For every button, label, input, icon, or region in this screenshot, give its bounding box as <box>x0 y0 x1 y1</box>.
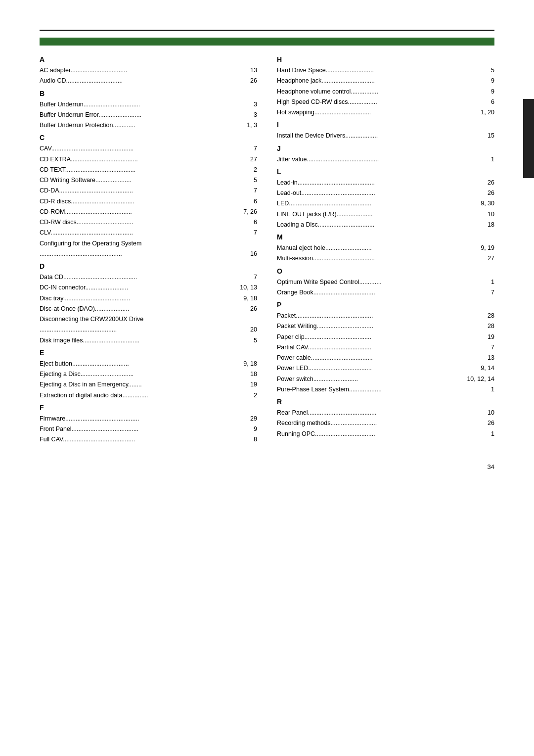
entry-page: 9 <box>472 87 494 97</box>
entry-page: 9, 19 <box>472 243 494 253</box>
index-entry: Buffer Underrun.........................… <box>40 99 257 110</box>
entry-text: Power LED...............................… <box>277 363 472 374</box>
index-entry: DC-IN connector.........................… <box>40 283 257 293</box>
index-entry: Rear Panel..............................… <box>277 408 494 418</box>
section-block: PPacket.................................… <box>277 301 494 395</box>
entry-text: Manual eject hole.......................… <box>277 243 472 253</box>
index-entry: Front Panel.............................… <box>40 424 257 434</box>
index-entry: Recording methods.......................… <box>277 418 494 428</box>
section-letter: L <box>277 168 494 176</box>
section-block: HHard Drive Space.......................… <box>277 55 494 118</box>
entry-page: 9, 18 <box>235 359 257 369</box>
entry-text: Lead-out................................… <box>277 188 472 198</box>
entry-text: CD-DA...................................… <box>40 186 235 196</box>
entry-text: Install the Device Drivers..............… <box>277 131 472 141</box>
entry-page: 10, 12, 14 <box>467 374 494 384</box>
entry-page: 28 <box>472 321 494 331</box>
entry-page: 9, 18 <box>235 293 257 304</box>
index-entry: Install the Device Drivers..............… <box>277 131 494 141</box>
entry-page: 19 <box>235 379 257 390</box>
section-block: JJitter value...........................… <box>277 144 494 165</box>
entry-page: 18 <box>472 220 494 230</box>
entry-page: 20 <box>235 325 257 335</box>
entry-page: 27 <box>235 154 257 165</box>
entry-text: Firmware................................… <box>40 414 235 424</box>
section-block: BBuffer Underrun........................… <box>40 90 257 131</box>
entry-text: Audio CD................................… <box>40 76 235 86</box>
index-entry: ........................................… <box>40 249 257 259</box>
entry-text: High Speed CD-RW discs................. <box>277 97 472 107</box>
index-entry: Manual eject hole.......................… <box>277 243 494 253</box>
entry-text: Hard Drive Space........................… <box>277 65 472 76</box>
index-entry: Orange Book.............................… <box>277 287 494 298</box>
entry-page <box>235 238 257 249</box>
section-letter: R <box>277 398 494 406</box>
index-entry: CD TEXT.................................… <box>40 165 257 175</box>
entry-page: 2 <box>235 390 257 401</box>
section-block: LLead-in................................… <box>277 168 494 230</box>
entry-text: Disconnecting the CRW2200UX Drive <box>40 314 235 325</box>
entry-page: 3 <box>235 99 257 110</box>
entry-text: Orange Book.............................… <box>277 287 472 298</box>
index-entry: Power LED...............................… <box>277 363 494 374</box>
entry-page: 1 <box>472 277 494 287</box>
entry-text: Power cable.............................… <box>277 353 472 363</box>
entry-text: Loading a Disc..........................… <box>277 220 472 230</box>
entry-text: LED.....................................… <box>277 198 472 209</box>
entry-text: Pure-Phase Laser System.................… <box>277 384 472 395</box>
entry-text: CD Writing Software..................... <box>40 175 235 186</box>
right-column: HHard Drive Space.......................… <box>277 55 494 448</box>
entry-text: CD TEXT.................................… <box>40 165 235 175</box>
index-entry: Firmware................................… <box>40 414 257 424</box>
entry-text: AC adapter..............................… <box>40 65 235 76</box>
entry-page: 5 <box>235 175 257 186</box>
section-letter: E <box>40 349 257 357</box>
entry-page: 7 <box>472 342 494 353</box>
index-entry: Configuring for the Operating System <box>40 238 257 249</box>
index-entry: Lead-out................................… <box>277 188 494 198</box>
entry-text: Data CD.................................… <box>40 272 235 283</box>
entry-text: CD-ROM..................................… <box>40 207 235 217</box>
section-letter: C <box>40 134 257 142</box>
entry-text: Headphone jack..........................… <box>277 76 472 86</box>
entry-page: 10 <box>472 408 494 418</box>
entry-text: Buffer Underrun Error...................… <box>40 110 235 120</box>
section-letter: D <box>40 262 257 270</box>
entry-text: Front Panel.............................… <box>40 424 235 434</box>
section-block: MManual eject hole......................… <box>277 233 494 264</box>
appendix-label <box>40 30 494 34</box>
entry-page: 3 <box>235 110 257 120</box>
index-entry: CD-DA...................................… <box>40 186 257 196</box>
index-entry: ........................................… <box>40 325 257 335</box>
index-title <box>40 38 494 46</box>
index-entry: CD EXTRA................................… <box>40 154 257 165</box>
index-entry: Pure-Phase Laser System.................… <box>277 384 494 395</box>
index-entry: CD-R discs..............................… <box>40 196 257 207</box>
index-entry: Disconnecting the CRW2200UX Drive <box>40 314 257 325</box>
entry-page: 26 <box>472 188 494 198</box>
entry-text: LINE OUT jacks (L/R)....................… <box>277 209 472 220</box>
entry-page: 7 <box>235 272 257 283</box>
section-block: DData CD................................… <box>40 262 257 346</box>
index-entry: Full CAV................................… <box>40 434 257 445</box>
index-entry: Buffer Underrun Protection.............1… <box>40 120 257 131</box>
entry-text: CD-RW discs.............................… <box>40 217 235 228</box>
entry-text: Running OPC.............................… <box>277 429 472 439</box>
index-entry: Hard Drive Space........................… <box>277 65 494 76</box>
entry-page: 26 <box>472 178 494 188</box>
entry-page: 16 <box>235 249 257 259</box>
section-block: RRear Panel.............................… <box>277 398 494 439</box>
entry-page: 18 <box>235 369 257 379</box>
index-entry: Paper clip..............................… <box>277 332 494 342</box>
index-entry: Buffer Underrun Error...................… <box>40 110 257 120</box>
entry-page: 1 <box>472 384 494 395</box>
entry-page: 1, 20 <box>472 107 494 118</box>
entry-text: CD EXTRA................................… <box>40 154 235 165</box>
index-entry: Partial CAV.............................… <box>277 342 494 353</box>
entry-text: Configuring for the Operating System <box>40 238 235 249</box>
index-entry: LINE OUT jacks (L/R)....................… <box>277 209 494 220</box>
index-entry: CAV.....................................… <box>40 143 257 154</box>
entry-page: 7 <box>472 287 494 298</box>
index-entry: Ejecting a Disc.........................… <box>40 369 257 379</box>
entry-page: 13 <box>472 353 494 363</box>
